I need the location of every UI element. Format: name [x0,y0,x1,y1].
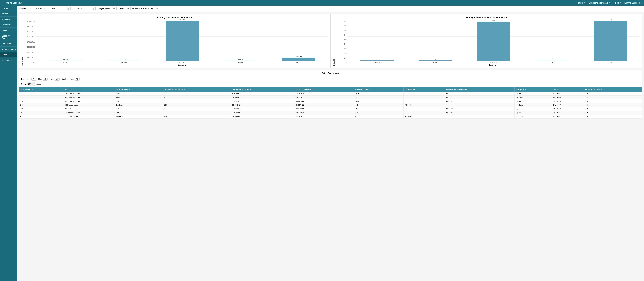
sidebar-item-sales[interactable]: Sales ▸ [0,28,17,33]
table-cell: -303 [354,99,404,103]
bar-label: 14 Days [374,62,380,63]
bar-value-label: $7,328 [122,59,126,60]
bar-rect[interactable] [594,21,627,61]
table-cell: 09/20/2022 [231,95,295,99]
bar-rect[interactable] [477,22,510,61]
table-cell: 45 lbs bumper plate [64,95,115,99]
chart1-x-axis-label: Expiring In [36,64,328,66]
table-cell: 06/05/2023 [231,103,295,107]
back-button[interactable]: ← Back to Data Source [2,2,24,4]
table-row: 246300 lbs sandbagSandbag19906/05/202306… [19,103,642,107]
bar-rect[interactable] [282,58,316,61]
ecommerce-pill[interactable]: All [154,7,159,10]
chart2-panel: Expiring Batch Count by Batch Expiration… [330,14,642,68]
table-cell [404,99,445,103]
bar-rect[interactable] [360,60,394,61]
bar-group: $2,9897 days [213,59,268,63]
entries-select[interactable]: 100 25 50 [27,82,35,86]
sidebar-item-validations-label: Validations [2,59,12,62]
batch-expiration-section: Batch Expiration ▾ Expiring In: All Sku:… [19,70,642,119]
calendar-from-button[interactable]: 📅 [66,7,71,10]
calendar-to-button[interactable]: 📅 [91,7,96,10]
col-sales-price[interactable]: Sales Price per Unit ⇅ [584,87,642,92]
col-expiration-days[interactable]: Expiration Days ⇅ [354,87,404,92]
sku-pill[interactable]: All [43,78,48,80]
table-cell [163,99,231,103]
sidebar-item-trends[interactable]: Trends ▸ [0,11,17,16]
source-pill[interactable]: All [126,7,130,10]
batch-expiration-dropdown-icon[interactable]: ▾ [338,72,339,74]
bar-label: 31+ Days [179,62,186,63]
sidebar-item-purchases[interactable]: Purchases ▸ [0,41,17,46]
col-batch-exp-date[interactable]: Batch Expiration Date ⇅ [231,87,295,92]
table-body: 157925 lbs bumper platePlate12/01/201912… [19,92,642,118]
period-from-input[interactable] [47,7,65,10]
filters-arrow-icon: ▾ [620,2,621,4]
bar-rect[interactable] [536,61,568,61]
chart2-dropdown-icon[interactable]: ▾ [506,16,507,18]
bar-group: $5,58214 Days [38,59,93,63]
sidebar-item-overview[interactable]: Overview [0,6,17,11]
expiring-in-label: Expiring In: [21,78,30,80]
chart2-x-axis-label: Expiring In [348,64,640,66]
sidebar-item-overview-label: Overview [2,7,10,9]
content-area: Filters: Period: Period: 📅 📅 Category Na… [17,6,644,281]
bar-rect[interactable] [224,61,257,61]
sidebar-item-trends-label: Trends [2,12,8,15]
sidebar-item-validations[interactable]: Validations [0,58,17,63]
table-cell: 184 [354,95,404,99]
table-cell [404,107,445,111]
table-row: 122745 lbs bumper platePlate109/20/20220… [19,95,642,99]
sidebar-item-customers[interactable]: Customers [0,22,17,28]
bar-rect[interactable] [419,60,452,61]
sidebar-item-sales-label: Sales [2,29,7,32]
period-select[interactable]: Period: [34,7,46,10]
table-cell: SKU 00003 [552,92,584,96]
show-label: Show [21,83,26,85]
type-pill[interactable]: All [55,78,60,80]
table-cell: Plate [115,99,163,103]
edit-button[interactable]: Edit the Dashboard [624,2,642,4]
col-batch-qty[interactable]: Batch Quantity in Stock ⇅ [163,87,231,92]
table-cell: $249 [584,95,642,99]
bar-rect[interactable] [166,21,199,61]
refresh-button[interactable]: Refresh ▾ [576,2,585,4]
sidebar-item-batches[interactable]: Batches [0,52,17,58]
table-cell: 09/07/2020 [295,111,354,114]
col-expiring-in[interactable]: Expiring In ⇅ [514,87,552,92]
col-category-name[interactable]: Category Name ⇅ [115,87,163,92]
sidebar-item-sales-by-regions[interactable]: Sales by Regions [0,33,17,41]
sidebar-item-inventory[interactable]: Inventory ▸ [0,16,17,22]
batch-number-pill[interactable]: All [75,78,80,80]
table-cell: 300 lbs sandbag [64,114,115,118]
col-mfg-order-no[interactable]: Manufacturing Order No ⇅ [445,87,514,92]
bar-group: 914 Days [350,58,405,63]
table-cell: SKU 00003 [552,99,584,103]
col-creation-date[interactable]: Batch Creation Date ⇅ [295,87,354,92]
bar-value-label: $5,582 [63,59,68,60]
chart1-dropdown-icon[interactable]: ▾ [191,16,192,18]
inventory-arrow-icon: ▸ [10,18,11,20]
table-cell: Plate [115,95,163,99]
table-cell [163,92,231,96]
entries-group: Show 100 25 50 entries [19,82,642,87]
col-sku[interactable]: Sku ⇅ [552,87,584,92]
sort-icon-batch-qty: ⇅ [184,88,185,90]
period-to-input[interactable] [72,7,90,10]
back-label: Back to Data Source [5,2,24,4]
bar-label: 14 Days [63,62,68,63]
filters-button[interactable]: Filters ▾ [614,2,621,4]
bar-rect[interactable] [49,61,82,61]
category-name-pill[interactable]: All [112,7,116,10]
table-cell: 05/21/2020 [295,99,354,103]
col-name[interactable]: Name ⇅ [64,87,115,92]
col-batch-number[interactable]: Batch Number ⇅ [19,87,64,92]
table-cell: Expired [514,111,552,114]
col-po-order-no[interactable]: PO Order No ⇅ [404,87,445,92]
export-button[interactable]: Export the Dashboard ▾ [589,2,610,4]
bar-rect[interactable] [107,61,140,61]
chart1-title-text: Expiring Value by Batch Expiration [157,16,190,18]
sidebar-item-manufacturing[interactable]: Manufacturing ▸ [0,46,17,52]
expiring-in-pill[interactable]: All [32,78,36,80]
chart1-title: Expiring Value by Batch Expiration ▾ [21,16,328,18]
